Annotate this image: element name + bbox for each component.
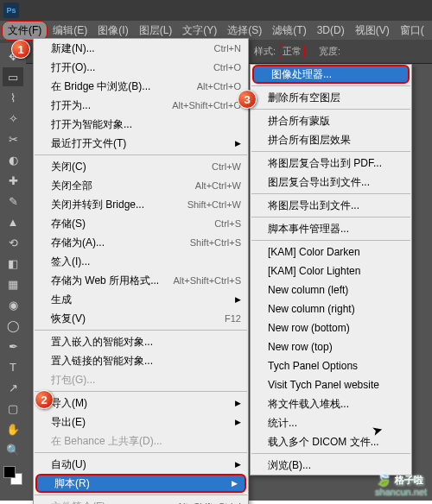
file-menu-item[interactable]: 打开为...Alt+Shift+Ctrl+O (34, 96, 248, 115)
file-menu-item[interactable]: 签入(I)... (34, 252, 248, 271)
script-menu-item[interactable]: 删除所有空图层 (251, 88, 411, 107)
script-menu-item[interactable]: 图层复合导出到文件... (251, 173, 411, 192)
tool-gradient[interactable]: ▦ (3, 274, 23, 293)
file-menu-separator (35, 330, 247, 331)
file-menu-item-label: 打包(G)... (51, 373, 95, 387)
script-menu-item[interactable]: Visit Tych Panel website (251, 375, 411, 394)
script-menu-item[interactable]: 拼合所有图层效果 (251, 130, 411, 149)
script-menu-separator (251, 151, 410, 152)
file-menu-item-label: 脚本(R) (54, 476, 90, 491)
file-menu-item-label: 自动(U) (51, 457, 86, 472)
tool-type[interactable]: T (3, 357, 23, 376)
script-menu-item-label: [KAM] Color Lighten (268, 265, 360, 277)
file-menu-item[interactable]: 存储为(A)...Shift+Ctrl+S (34, 233, 248, 252)
menu-layer[interactable]: 图层(L) (134, 22, 178, 40)
file-menu-item[interactable]: 打开为智能对象... (34, 115, 248, 134)
script-menu-item[interactable]: 将文件载入堆栈... (251, 394, 411, 413)
script-menu-separator (251, 217, 410, 217)
menu-3d[interactable]: 3D(D) (312, 22, 350, 38)
tool-shape[interactable]: ▢ (3, 399, 23, 418)
script-menu-item[interactable]: New column (left) (251, 280, 411, 299)
tool-hand[interactable]: ✋ (3, 419, 23, 438)
file-menu-item[interactable]: 关闭并转到 Bridge...Shift+Ctrl+W (34, 195, 248, 214)
tool-history[interactable]: ⟲ (3, 233, 23, 252)
file-menu-item[interactable]: 导入(M)▶ (34, 394, 248, 413)
file-menu-shortcut: Ctrl+S (214, 218, 241, 229)
file-menu-shortcut: Ctrl+W (212, 161, 241, 172)
file-menu-item[interactable]: 最近打开文件(T)▶ (34, 134, 248, 153)
file-menu-item[interactable]: 脚本(R)▶ (35, 474, 246, 493)
file-menu-item[interactable]: 置入链接的智能对象... (34, 351, 248, 370)
menu-type[interactable]: 文字(Y) (177, 22, 222, 40)
tool-eyedropper[interactable]: ◐ (3, 150, 23, 169)
menu-filter[interactable]: 滤镜(T) (267, 22, 311, 40)
script-menu-item-label: Visit Tych Panel website (268, 379, 379, 391)
file-menu-separator (35, 391, 247, 392)
menu-edit[interactable]: 编辑(E) (48, 22, 92, 40)
script-menu-item-label: 图层复合导出到文件... (268, 175, 370, 190)
opt-style-select[interactable]: 正常 (279, 44, 305, 59)
file-menu-shortcut: Ctrl+O (213, 62, 241, 72)
tool-eraser[interactable]: ◧ (3, 254, 23, 273)
menu-select[interactable]: 选择(S) (222, 22, 267, 40)
annotation-badge-3: 3 (238, 90, 257, 109)
ps-logo-icon: Ps (3, 3, 19, 18)
file-menu-item[interactable]: 自动(U)▶ (34, 455, 248, 474)
script-menu-item[interactable]: [KAM] Color Lighten (251, 261, 411, 280)
submenu-arrow-icon: ▶ (235, 139, 241, 148)
script-menu-item-label: New row (bottom) (268, 322, 350, 334)
file-menu-item: 在 Behance 上共享(D)... (34, 432, 248, 450)
file-menu-item-label: 存储为 Web 所用格式... (51, 274, 159, 288)
tool-stamp[interactable]: ▲ (3, 212, 23, 231)
file-menu-item[interactable]: 关闭(C)Ctrl+W (34, 157, 248, 176)
file-menu-item-label: 存储为(A)... (51, 236, 105, 250)
annotation-badge-1: 1 (11, 40, 30, 59)
script-menu-item[interactable]: 脚本事件管理器... (251, 219, 411, 238)
script-menu-item[interactable]: 拼合所有蒙版 (251, 111, 411, 130)
foreground-color[interactable] (3, 466, 16, 478)
color-swatch[interactable] (3, 466, 22, 485)
script-menu-item-label: 删除所有空图层 (268, 91, 340, 105)
file-menu-item[interactable]: 存储为 Web 所用格式...Alt+Shift+Ctrl+S (34, 271, 248, 290)
file-menu-item[interactable]: 新建(N)...Ctrl+N (34, 39, 248, 58)
file-menu-item[interactable]: 恢复(V)F12 (34, 309, 248, 328)
script-menu-item[interactable]: Tych Panel Options (251, 356, 411, 375)
file-menu-item[interactable]: 生成▶ (34, 290, 248, 309)
script-menu-item[interactable]: 图像处理器... (252, 65, 410, 84)
script-menu-item[interactable]: 载入多个 DICOM 文件... (251, 432, 411, 451)
tool-crop[interactable]: ✂ (3, 129, 23, 148)
tool-marquee[interactable]: ▭ (3, 67, 23, 86)
file-menu-item[interactable]: 导出(E)▶ (34, 413, 248, 432)
script-menu-item[interactable]: 统计... (251, 413, 411, 432)
script-menu-item[interactable]: 将图层复合导出到 PDF... (251, 154, 411, 173)
tool-blur[interactable]: ◉ (3, 295, 23, 314)
tool-path[interactable]: ↗ (3, 378, 23, 397)
script-submenu-dropdown: 图像处理器...删除所有空图层拼合所有蒙版拼合所有图层效果将图层复合导出到 PD… (250, 64, 412, 476)
menu-window[interactable]: 窗口( (395, 22, 429, 40)
file-menu-item-label: 导入(M) (51, 396, 87, 411)
tool-brush[interactable]: ✎ (3, 192, 23, 211)
watermark: 🍃 格子啦 shancun.net (375, 470, 427, 497)
file-menu-item[interactable]: 打开(O)...Ctrl+O (34, 58, 248, 77)
menu-view[interactable]: 视图(V) (350, 22, 395, 40)
script-menu-item[interactable]: New row (bottom) (251, 318, 411, 337)
file-menu-item[interactable]: 置入嵌入的智能对象... (34, 332, 248, 351)
script-menu-item[interactable]: [KAM] Color Darken (251, 243, 411, 261)
script-menu-item[interactable]: 将图层导出到文件... (251, 196, 411, 215)
file-menu-item[interactable]: 关闭全部Alt+Ctrl+W (34, 176, 248, 195)
submenu-arrow-icon: ▶ (235, 460, 241, 469)
script-menu-item[interactable]: New column (right) (251, 299, 411, 318)
tool-dodge[interactable]: ◯ (3, 316, 23, 335)
tool-wand[interactable]: ✧ (3, 109, 23, 128)
menu-image[interactable]: 图像(I) (92, 22, 133, 40)
tool-lasso[interactable]: ⌇ (3, 88, 23, 107)
tool-zoom[interactable]: 🔍 (3, 440, 23, 459)
script-menu-item-label: New column (right) (268, 303, 355, 315)
script-menu-item[interactable]: New row (top) (251, 337, 411, 356)
file-menu-item[interactable]: 存储(S)Ctrl+S (34, 214, 248, 233)
tool-pen[interactable]: ✒ (3, 337, 23, 356)
tool-heal[interactable]: ✚ (3, 171, 23, 190)
file-menu-shortcut: F12 (225, 313, 241, 324)
file-menu-item[interactable]: 在 Bridge 中浏览(B)...Alt+Ctrl+O (34, 77, 248, 96)
file-menu-item-label: 签入(I)... (51, 255, 90, 269)
